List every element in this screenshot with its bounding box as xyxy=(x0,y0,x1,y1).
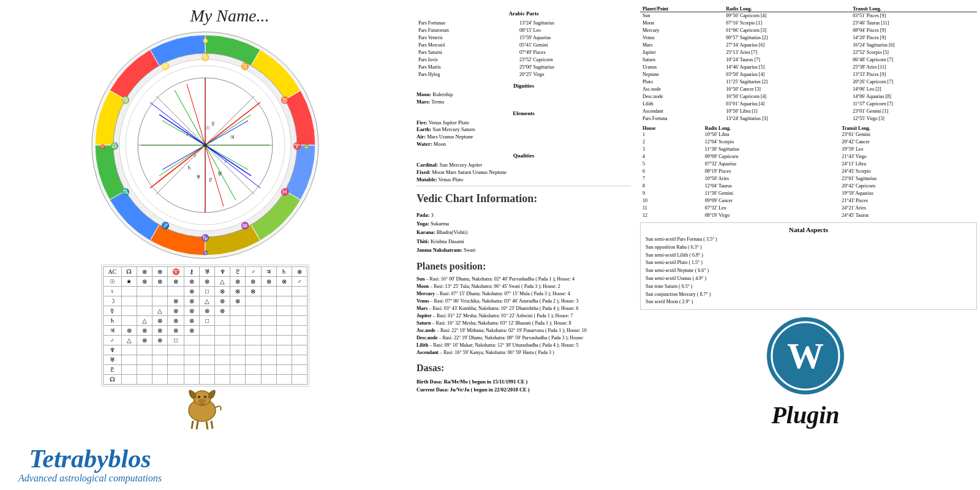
aspect-2: Sun opposition Rahu ( 6.3° ) xyxy=(646,244,971,252)
ap-value: 23°52' Capricorn xyxy=(518,56,631,64)
table-row: Uranus14°46' Aquarius [5]25°38' Aries [1… xyxy=(640,64,977,71)
house-col-header: House xyxy=(640,126,703,131)
svg-line-50 xyxy=(192,421,193,429)
ap-value: 15°59' Aquarius xyxy=(518,34,631,42)
table-row: Desc.node16°50' Capricorn [4]14°06' Aqua… xyxy=(640,93,977,100)
table-row: 409°09' Capricorn21°43' Virgo xyxy=(640,153,977,160)
table-row: 110°50' Libra23°01' Gemini xyxy=(640,131,977,138)
middle-column: Arabic Parts Pars Fortunae 13°24' Sagitt… xyxy=(410,3,637,487)
planets-position-title: Planets position: xyxy=(417,260,631,273)
svg-text:♒: ♒ xyxy=(241,221,249,230)
aspect-6: Sun semi-sextil Uranus ( 4.9° ) xyxy=(646,275,971,283)
chart-title: My Name... xyxy=(190,6,269,26)
ap-label: Pars Martis xyxy=(417,64,518,71)
table-row: 911°30' Gemini19°59' Aquarius xyxy=(640,190,977,197)
elements-header: Elements xyxy=(417,110,631,118)
svg-text:♎: ♎ xyxy=(110,141,119,150)
svg-line-51 xyxy=(197,421,198,429)
table-row: Moon07°16' Scorpio [1]23°46' Taurus [11] xyxy=(640,20,977,27)
table-row: 1009°09' Cancer21°43' Pisces xyxy=(640,197,977,205)
col-header-planet: Planet/Point xyxy=(640,6,723,12)
dasas-birth: Birth Dasa: Ra/Me/Mo ( begun in 15/11/19… xyxy=(417,378,631,386)
table-row: 212°04' Scorpio20°42' Cancer xyxy=(640,138,977,146)
table-row: Venus00°57' Sagittarius [2]14°20' Pisces… xyxy=(640,34,977,42)
table-row: Pars Martis 25°00' Sagittarius xyxy=(417,64,631,71)
pp-descnode: Desc.node – Rasi: 22° 19' Dhanu; Nakshat… xyxy=(417,334,631,342)
svg-text:♇: ♇ xyxy=(208,177,213,183)
svg-text:♅: ♅ xyxy=(217,171,222,177)
dignity-line-2: Mars: Terms xyxy=(417,99,631,106)
table-row: 710°50' Aries23°01' Sagittarius xyxy=(640,175,977,183)
chart-container: ☉ ☽ ☿ ♀ ♂ ♃ ♄ ♅ ♆ ♇ xyxy=(89,29,322,262)
svg-point-54 xyxy=(198,399,206,404)
svg-point-48 xyxy=(198,396,200,398)
pp-sun: Sun – Rasi: 16° 00' Dhanu; Nakshatra: 02… xyxy=(417,276,631,283)
svg-text:☽: ☽ xyxy=(184,131,189,137)
table-row: Pars Fortuna13°24' Sagittarius [3]12°55'… xyxy=(640,115,977,123)
table-row: Pars Iovis 23°52' Capricorn xyxy=(417,56,631,64)
arabic-parts-table: Pars Fortunae 13°24' Sagittarius Pars Fu… xyxy=(417,20,631,78)
svg-text:☿: ☿ xyxy=(211,121,215,127)
dasas-current: Current Dasa: Ju/Ve/Ju ( begun in 22/02/… xyxy=(417,386,631,394)
dignities-header: Dignities xyxy=(417,82,631,90)
table-row: Pars Fortunae 13°24' Sagittarius xyxy=(417,20,631,27)
pp-ascendant: Ascendant – Rasi: 16° 59' Kanya; Nakshat… xyxy=(417,349,631,356)
aspect-7: Sun trine Saturn ( 0.5° ) xyxy=(646,283,971,291)
quality-cardinal: Cardinal: Sun Mercury Jupiter xyxy=(417,162,631,169)
dignity-line-1: Moon: Rulership xyxy=(417,91,631,99)
table-row: Asc.node16°50' Cancer [3]14°06' Leo [2] xyxy=(640,86,977,93)
table-row: Pars Futurorum 08°15' Leo xyxy=(417,27,631,34)
pp-venus: Venus – Rasi: 07° 06' Vrischika; Nakshat… xyxy=(417,298,631,305)
table-row: Jupiter25°13' Aries [7]22°52' Scorpio [5… xyxy=(640,49,977,56)
pp-saturn: Saturn – Rasi: 16° 32' Mesha; Nakshatra:… xyxy=(417,320,631,327)
ap-value: 13°24' Sagittarius xyxy=(518,20,631,27)
wordpress-logo: W xyxy=(766,316,845,396)
house-col-transit: Transit Long. xyxy=(839,126,977,131)
ap-label: Pars Mercurii xyxy=(417,42,518,49)
right-panel: Arabic Parts Pars Fortunae 13°24' Sagitt… xyxy=(410,0,980,490)
natal-aspects-title: Natal Aspects xyxy=(646,226,971,233)
vedic-section: Vedic Chart Information: Pada: 3 Yoga: S… xyxy=(417,191,631,254)
ap-label: Pars Hyleg xyxy=(417,71,518,78)
element-water: Water: Moon xyxy=(417,141,631,148)
vedic-janma: Janma Nakshatram: Swati xyxy=(417,246,631,254)
wp-area: W Plugin xyxy=(640,316,977,442)
house-col-radix: Radix Long. xyxy=(703,126,840,131)
symbol-table-area: AC☊⊗⊕♈⚷♅♆♇♂♃♄⊗ ☉★⊗⊗⊗⊗⊗△⊗⊗⊗⊗♂ ♀⊗□⊗⊗⊗ ☽⊗⊗△… xyxy=(101,265,309,386)
svg-text:♄: ♄ xyxy=(187,165,192,171)
brand-title: Tetrabyblos xyxy=(29,446,151,472)
table-row: Pars Hyleg 20°25' Virgo xyxy=(417,71,631,78)
aspect-4: Sun semi-sextil Pluto ( 1.5° ) xyxy=(646,259,971,267)
divider xyxy=(417,186,631,186)
svg-text:♊: ♊ xyxy=(241,62,249,70)
vedic-yoga: Yoga: Sukarma xyxy=(417,219,631,228)
vedic-karana: Karana: Bhadra(Vishti) xyxy=(417,228,631,236)
table-row: Pars Mercurii 05°41' Gemini xyxy=(417,42,631,49)
natal-aspects-section: Natal Aspects Sun semi-sextil Pars Fortu… xyxy=(640,222,977,310)
vedic-pada: Pada: 3 xyxy=(417,211,631,219)
ap-label: Pars Futurorum xyxy=(417,27,518,34)
brand-area: Tetrabyblos Advanced astrological comput… xyxy=(18,446,162,484)
houses-table: House Radix Long. Transit Long. 110°50' … xyxy=(640,126,977,219)
vedic-details: Pada: 3 Yoga: Sukarma Karana: Bhadra(Vis… xyxy=(417,211,631,255)
wp-plugin-text: Plugin xyxy=(771,401,839,429)
right-column: Planet/Point Radix Long. Transit Long. S… xyxy=(637,3,980,487)
table-row: Mercury01°06' Capricorn [3]08°04' Pisces… xyxy=(640,27,977,34)
table-row: Saturn10°24' Taurus [7]06°48' Capricorn … xyxy=(640,56,977,64)
svg-text:♉: ♉ xyxy=(281,96,289,104)
table-row: 1208°19' Virgo24°45' Taurus xyxy=(640,212,977,219)
ap-value: 05°41' Gemini xyxy=(518,42,631,49)
svg-point-45 xyxy=(203,143,207,147)
table-row: Ascendant10°50' Libra [1]23°01' Gemini [… xyxy=(640,108,977,115)
svg-text:♈: ♈ xyxy=(293,141,301,150)
table-row: Pluto11°25' Sagittarius [2]20°26' Capric… xyxy=(640,78,977,86)
dasas-details: Birth Dasa: Ra/Me/Mo ( begun in 15/11/19… xyxy=(417,378,631,394)
table-row: 1107°32' Leo24°21' Aries xyxy=(640,205,977,212)
col-header-radix: Radix Long. xyxy=(723,6,850,12)
planets-position-list: Sun – Rasi: 16° 00' Dhanu; Nakshatra: 02… xyxy=(417,276,631,356)
pp-moon: Moon – Rasi: 13° 25' Tula; Nakshatra: 06… xyxy=(417,283,631,290)
pp-lilith: Lilith – Rasi: 09° 10' Makar; Nakshatra:… xyxy=(417,342,631,349)
svg-text:W: W xyxy=(787,336,824,376)
aspect-8: Sun conjunction Mercury ( 8.7° ) xyxy=(646,291,971,299)
table-row: Pars Veneris 15°59' Aquarius xyxy=(417,34,631,42)
